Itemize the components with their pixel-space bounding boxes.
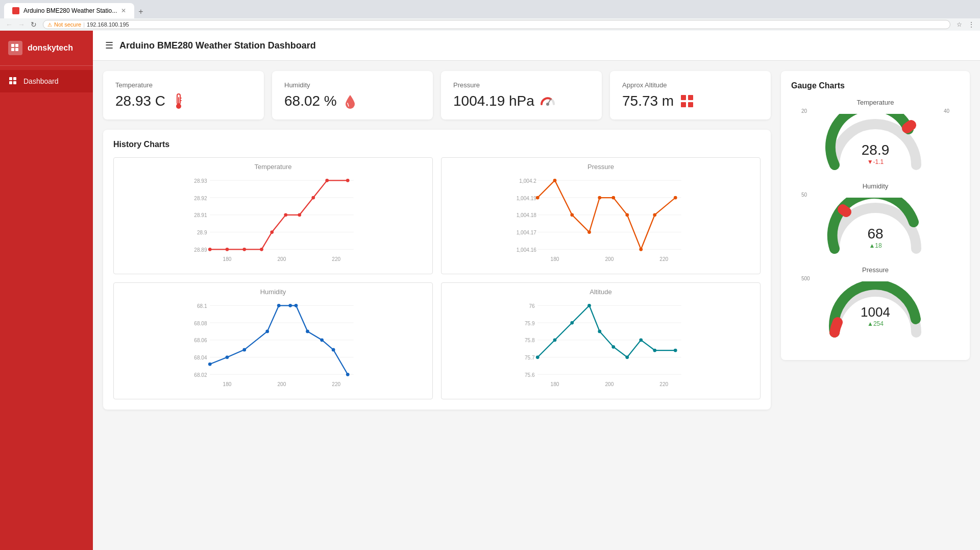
svg-point-62 [625,213,629,217]
dashboard-icon [8,76,18,86]
altitude-chart-svg: 76 75.9 75.8 75.7 75.6 180 200 220 [447,300,755,392]
svg-rect-16 [681,95,686,100]
svg-rect-1 [15,44,18,47]
thermometer-icon [170,93,187,109]
temperature-label: Temperature [115,81,252,89]
browser-action-icons: ☆ ⋮ [954,20,976,29]
sidebar: donskytech Dashboard [0,31,93,550]
droplet-icon [342,93,358,109]
svg-text:1,004.17: 1,004.17 [517,230,537,235]
svg-point-84 [288,304,292,307]
gauge-pressure-label: Pressure [791,266,960,274]
back-button[interactable]: ← [4,19,14,30]
svg-text:68.06: 68.06 [194,338,207,343]
svg-text:75.7: 75.7 [525,355,535,361]
svg-text:180: 180 [551,381,559,387]
humidity-value-row: 68.02 % [284,93,421,109]
svg-point-42 [346,179,350,182]
gauge-pressure-change: ▲254 [824,320,926,327]
gauge-pressure-scale-min: 500 [801,276,810,281]
altitude-value: 75.73 m [622,93,674,109]
svg-point-40 [311,196,315,200]
sidebar-item-dashboard[interactable]: Dashboard [0,70,93,92]
browser-tab-active[interactable]: Arduino BME280 Weather Statio... ✕ [4,3,134,18]
svg-point-58 [570,213,574,217]
svg-rect-10 [178,97,179,105]
svg-text:75.9: 75.9 [525,321,535,326]
svg-point-57 [553,179,557,182]
new-tab-button[interactable]: + [134,5,147,18]
svg-point-81 [242,348,246,352]
svg-point-108 [611,345,615,349]
app-container: donskytech Dashboard ☰ Arduino BME280 W [0,31,980,550]
svg-text:200: 200 [277,256,286,262]
svg-text:180: 180 [223,256,232,262]
temperature-value: 28.93 C [115,93,165,109]
svg-rect-18 [681,102,686,107]
temperature-value-row: 28.93 C [115,93,252,109]
gauge-section-title: Gauge Charts [791,81,960,90]
svg-point-41 [325,179,329,182]
svg-rect-7 [13,81,16,84]
gauge-section: Gauge Charts Temperature 20 40 [781,71,970,360]
browser-tabs: Arduino BME280 Weather Statio... ✕ + [0,0,980,18]
svg-rect-4 [9,77,12,80]
humidity-chart-svg: 68.1 68.08 68.06 68.04 68.02 180 200 220 [119,300,427,392]
brand-icon [8,41,22,55]
svg-text:220: 220 [332,381,340,387]
svg-point-64 [653,213,656,217]
svg-point-105 [570,321,574,325]
svg-point-35 [242,248,246,251]
svg-point-79 [208,363,212,366]
svg-point-61 [611,196,615,200]
svg-point-34 [226,248,229,251]
content-left: Temperature 28.93 C [103,71,771,410]
bookmark-icon[interactable]: ☆ [954,20,964,29]
svg-point-110 [639,338,643,342]
svg-point-33 [208,248,212,251]
sidebar-item-label-dashboard: Dashboard [23,77,59,85]
gauge-pressure-wrapper: 1004 ▲254 [824,281,926,340]
address-bar[interactable]: ⚠ Not secure | 192.168.100.195 [43,20,950,29]
svg-text:28.92: 28.92 [194,196,207,201]
pressure-chart: Pressure 1,004.2 1,004.19 1,004.18 1 [441,157,761,274]
svg-text:200: 200 [605,381,614,387]
svg-point-85 [295,304,298,307]
svg-point-36 [260,248,263,251]
svg-text:28.93: 28.93 [194,178,207,184]
pressure-value: 1004.19 hPa [453,93,534,109]
pressure-label: Pressure [453,81,590,89]
svg-text:28.91: 28.91 [194,212,207,218]
address-url: 192.168.100.195 [87,21,129,28]
topbar: ☰ Arduino BME280 Weather Station Dashboa… [93,31,980,61]
gauge-temperature-wrapper: 28.9 ▼-1.1 [824,114,926,172]
reload-button[interactable]: ↻ [29,19,39,30]
menu-icon[interactable]: ☰ [105,40,113,51]
temperature-chart-title: Temperature [119,163,427,171]
svg-text:180: 180 [223,381,232,387]
svg-point-82 [265,330,269,333]
svg-rect-5 [13,77,16,80]
svg-text:220: 220 [332,256,340,262]
svg-point-111 [653,349,656,352]
gauge-humidity-scale-min: 50 [801,192,807,198]
svg-text:68.1: 68.1 [197,303,207,309]
svg-text:1,004.19: 1,004.19 [517,196,537,201]
pressure-chart-title: Pressure [447,163,755,171]
metric-card-altitude: Approx Altitude 75.73 m [610,71,771,119]
humidity-chart-title: Humidity [119,288,427,296]
humidity-value: 68.02 % [284,93,337,109]
gauge-temperature: Temperature 20 40 [791,99,960,172]
forward-button[interactable]: → [16,19,27,30]
svg-text:68.04: 68.04 [194,355,207,361]
svg-point-103 [536,355,540,359]
svg-text:1,004.16: 1,004.16 [517,247,537,253]
svg-text:1,004.18: 1,004.18 [517,212,537,218]
extensions-icon[interactable]: ⋮ [967,20,976,29]
history-title: History Charts [113,140,761,149]
grid-icon [679,93,695,109]
tab-title: Arduino BME280 Weather Statio... [23,7,117,14]
browser-chrome: Arduino BME280 Weather Statio... ✕ + ← →… [0,0,980,31]
gauge-humidity-label: Humidity [791,182,960,190]
tab-close-button[interactable]: ✕ [121,7,126,14]
